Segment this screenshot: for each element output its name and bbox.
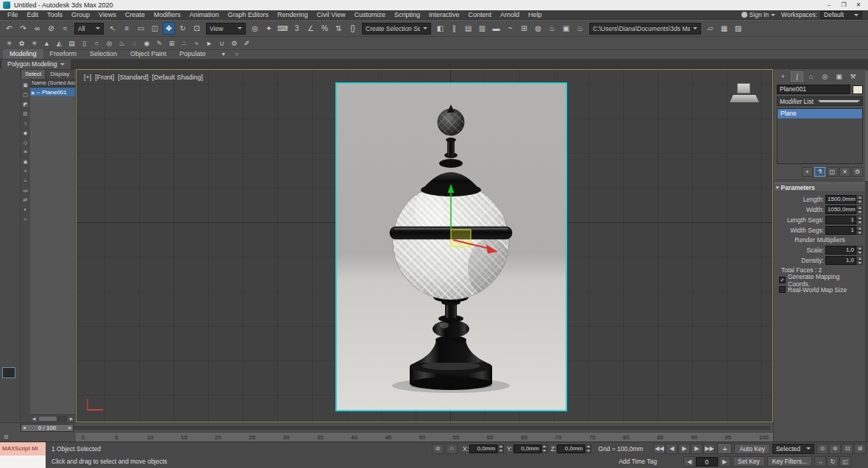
eye-tool-icon[interactable]: ◉ [141,38,152,49]
explorer-tab-display[interactable]: Display [46,69,74,79]
object-color-swatch[interactable] [853,85,863,94]
selection-region-icon[interactable]: ▭ [135,22,147,35]
spin-down-icon[interactable] [585,449,591,453]
grid-tool-icon[interactable]: ⊞ [166,38,177,49]
display-tab-icon[interactable]: ▣ [833,71,845,82]
spin-down-icon[interactable] [856,199,863,204]
frame-back-icon[interactable]: ◀ [683,456,695,467]
utilities-tab-icon[interactable]: ⚒ [847,71,859,82]
selected-plane-object[interactable] [335,82,567,411]
maxscript-mini-listener[interactable] [0,455,46,468]
scene-object-row[interactable]: ◉ ▭ Plane001 [30,88,75,96]
maxscript-macro-recorder[interactable]: MAXScript Mi [0,442,46,455]
isolate-selection-icon[interactable]: ⊘ [432,444,444,454]
set-keys-button[interactable]: + [717,443,732,454]
layer-manager-icon[interactable]: ▤ [462,22,474,35]
curve-editor-icon[interactable]: ~ [504,22,516,35]
explorer-select-invert-icon[interactable]: ◩ [21,100,29,108]
torus-tool-icon[interactable]: ◎ [104,38,115,49]
select-by-name-icon[interactable]: ≡ [121,22,133,35]
coordinate-field[interactable]: Z: 0,0mm [548,444,592,453]
minimize-button[interactable]: – [822,1,836,10]
next-frame-icon[interactable]: ▶ [68,425,71,430]
modify-tab-icon[interactable]: ∫ [791,71,803,82]
zoom-region-icon[interactable]: ⊞ [854,444,866,454]
maximize-viewport-icon[interactable]: ◱ [839,456,851,467]
asset-library-icon[interactable]: ▦ [718,22,730,35]
menu-animation[interactable]: Animation [185,11,223,18]
coordinate-field[interactable]: X: 0,0mm [460,444,504,453]
menu-tools[interactable]: Tools [43,11,67,18]
angle-snap-icon[interactable]: ∠ [305,22,317,35]
scene-explorer-toggle-icon[interactable]: ▥ [476,22,488,35]
magnet-tool-icon[interactable]: ∪ [216,38,227,49]
rendered-frame-icon[interactable]: ▣ [560,22,572,35]
use-pivot-center-icon[interactable]: ◎ [249,22,261,35]
spin-down-icon[interactable] [856,250,863,255]
prism-tool-icon[interactable]: ◭ [54,38,65,49]
explorer-select-none-icon[interactable]: ▢ [21,91,29,99]
explorer-find-icon[interactable]: ○ [21,119,29,127]
viewport-shading-menu[interactable]: [Default Shading] [152,74,203,81]
remove-modifier-icon[interactable]: ✕ [839,167,850,177]
explorer-tab-select[interactable]: Select [21,69,46,79]
project-path-select[interactable]: C:\Users\Diana\Documents\3ds Max 2020 [589,23,701,35]
book-tool-icon[interactable]: ▤ [66,38,77,49]
cylinder-tool-icon[interactable]: ○ [91,38,102,49]
viewport-pov-menu[interactable]: [Front] [95,74,114,81]
parameter-spinner-field[interactable]: 1050,0mm [825,205,863,214]
frame-forward-icon[interactable]: ▶ [719,456,730,467]
pin-stack-icon[interactable]: ⌖ [802,167,813,177]
zoom-icon[interactable]: ⊙ [817,444,828,454]
sign-in-menu[interactable]: Sign In [741,11,775,18]
menu-create[interactable]: Create [121,11,149,18]
menu-content[interactable]: Content [463,11,496,18]
bind-spacewarp-icon[interactable]: ≈ [59,22,71,35]
explorer-show-xrefs-icon[interactable]: ⇄ [21,196,29,204]
command-panel-scrollbar[interactable] [865,69,868,442]
mirror-icon[interactable]: ◧ [434,22,447,35]
spin-down-icon[interactable] [497,449,504,453]
select-manipulate-icon[interactable]: ✦ [263,22,275,35]
hierarchy-tab-icon[interactable]: ⌂ [805,71,817,82]
coordinate-system-select[interactable]: View [206,23,246,35]
parameter-spinner-field[interactable]: 1500,0mm [825,195,863,204]
percent-snap-icon[interactable]: % [319,22,331,35]
scrollbar-thumb[interactable] [39,416,57,421]
hand-tool-icon[interactable]: ✐ [241,38,252,49]
explorer-show-spacewarps-icon[interactable]: ≈ [21,177,29,185]
parameter-spinner-field[interactable]: 1 [825,226,863,235]
project-folder-icon[interactable]: ▱ [704,22,716,35]
viewcube-base[interactable] [730,95,759,102]
snap-toggle-icon[interactable]: 3 [291,22,303,35]
modifier-stack-entry[interactable]: Plane [778,109,862,118]
next-frame-button[interactable]: ▶ [691,444,702,454]
tab-polygon-modeling[interactable]: Polygon Modeling [1,60,71,69]
modifier-list-select[interactable]: Modifier List [777,96,863,106]
select-link-icon[interactable]: ∞ [31,22,43,35]
zoom-extents-icon[interactable]: ⊡ [842,444,853,454]
motion-tab-icon[interactable]: ◎ [819,71,831,82]
cone-tool-icon[interactable]: ▲ [41,38,52,49]
show-end-result-icon[interactable]: ⚗ [814,167,825,177]
menu-modifiers[interactable]: Modifiers [149,11,185,18]
create-tab-icon[interactable]: + [777,71,789,82]
keyboard-override-icon[interactable]: ⌨ [277,22,289,35]
go-to-start-button[interactable]: ◀◀ [653,444,665,454]
menu-group[interactable]: Group [67,11,94,18]
redo-icon[interactable]: ↷ [17,22,29,35]
zoom-all-icon[interactable]: ⊛ [829,444,841,454]
play-button[interactable]: ▶ [678,444,690,454]
rollout-collapse-icon[interactable]: ▾ [776,185,779,191]
parameter-spinner-field[interactable]: 1 [825,216,863,224]
ribbon-tab-object-paint[interactable]: Object Paint [124,49,173,59]
orbit-icon[interactable]: ↻ [827,456,839,467]
explorer-show-helpers-icon[interactable]: + [21,167,29,175]
current-frame-field[interactable]: 0 [696,457,718,467]
open-mini-curve-editor-icon[interactable]: ⊟ [2,433,10,441]
go-to-end-button[interactable]: ▶▶ [703,444,715,454]
lamp-tool-icon[interactable]: ☀ [29,38,40,49]
track-bar[interactable]: ⊟ 05101520253035404550556065707580859095… [0,432,773,442]
named-selection-set-select[interactable]: Create Selection Se [362,23,431,35]
key-mode-select[interactable]: Selected [772,444,814,454]
